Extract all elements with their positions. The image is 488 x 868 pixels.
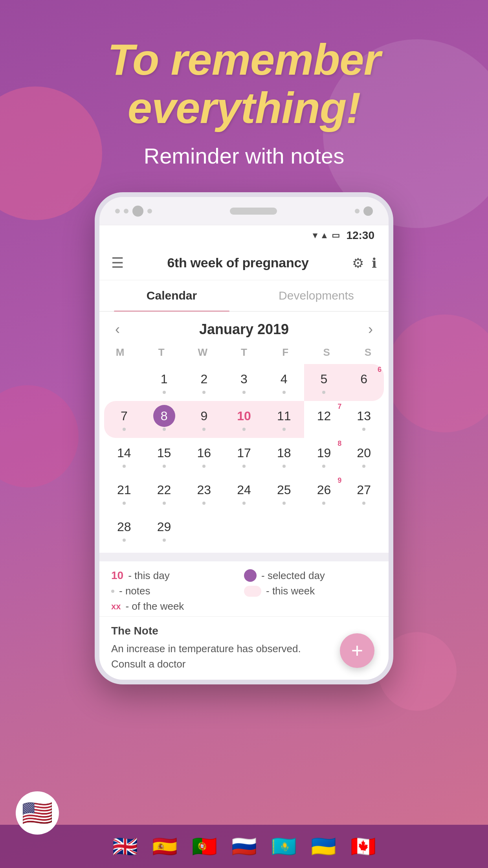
flag-icon[interactable]: 🇵🇹 <box>192 835 217 859</box>
cal-dot <box>362 428 365 431</box>
cal-day-8[interactable]: 8 <box>144 401 184 438</box>
cal-dot <box>123 539 126 542</box>
hamburger-menu-icon[interactable]: ☰ <box>111 255 124 271</box>
notch-cam <box>363 206 373 216</box>
cal-week-row-2: 141516171881920 <box>104 438 384 475</box>
cal-day-16[interactable]: 16 <box>184 438 224 475</box>
cal-day-1[interactable]: 1 <box>144 364 184 401</box>
cal-day-28[interactable]: 28 <box>104 512 144 549</box>
cal-day-29[interactable]: 29 <box>144 512 184 549</box>
cal-day-13[interactable]: 13 <box>344 401 384 438</box>
cal-day-27[interactable]: 27 <box>344 475 384 512</box>
legend: 10 - this day - selected day - notes - t… <box>99 561 389 616</box>
wifi-icon: ▾ <box>313 230 317 241</box>
cal-dot <box>163 539 166 542</box>
cal-day-25[interactable]: 25 <box>264 475 304 512</box>
prev-month-btn[interactable]: ‹ <box>111 321 124 338</box>
cal-dot <box>283 391 286 394</box>
note-text: An increase in temperature has observed.… <box>111 641 377 672</box>
legend-week-label: - of the week <box>125 600 184 612</box>
cal-dot <box>322 391 325 394</box>
cal-day-17[interactable]: 17 <box>224 438 264 475</box>
settings-icon[interactable]: ⚙ <box>352 255 364 271</box>
cal-week-row-3: 212223242592627 <box>104 475 384 512</box>
signal-icon: ▲ <box>320 230 329 241</box>
legend-selected-label: - selected day <box>261 570 325 582</box>
cal-dot <box>202 465 205 468</box>
cal-day-11[interactable]: 11 <box>264 401 304 438</box>
legend-week-num: xx - of the week <box>111 600 244 612</box>
cal-day-20[interactable]: 20 <box>344 438 384 475</box>
legend-xx: xx <box>111 601 121 612</box>
legend-this-week: - this week <box>244 585 377 597</box>
hero-subtitle: Reminder with notes <box>0 143 488 169</box>
cal-day-23[interactable]: 23 <box>184 475 224 512</box>
flag-icon[interactable]: 🇷🇺 <box>231 835 257 859</box>
cal-dot <box>283 465 286 468</box>
cal-dot <box>202 428 205 431</box>
next-month-btn[interactable]: › <box>364 321 377 338</box>
legend-circle-selected <box>244 569 257 582</box>
hero-title: To remember everything! <box>0 35 488 132</box>
cal-day-9[interactable]: 9 <box>184 401 224 438</box>
notch-dot-3 <box>147 209 152 213</box>
cal-day-19[interactable]: 819 <box>304 438 344 475</box>
cal-day-10[interactable]: 10 <box>224 401 264 438</box>
cal-day-6[interactable]: 66 <box>344 364 384 401</box>
fab-button[interactable]: + <box>340 633 374 668</box>
cal-dot <box>123 502 126 505</box>
note-title: The Note <box>111 625 377 637</box>
cal-empty <box>304 512 344 549</box>
status-bar: ▾ ▲ ▭ 12:30 <box>99 225 389 246</box>
cal-dot <box>283 428 286 431</box>
cal-day-14[interactable]: 14 <box>104 438 144 475</box>
cal-dot <box>202 391 205 394</box>
cal-day-12[interactable]: 712 <box>304 401 344 438</box>
notch-dot-1 <box>115 209 120 213</box>
cal-day-2[interactable]: 2 <box>184 364 224 401</box>
cal-empty <box>264 512 304 549</box>
notch-bar-center <box>230 208 277 215</box>
cal-day-3[interactable]: 3 <box>224 364 264 401</box>
legend-today-label: - this day <box>128 570 170 582</box>
cal-week-row-1: 789101171213 <box>104 401 384 438</box>
notch-right-dot <box>355 209 360 213</box>
flag-icon[interactable]: 🇺🇦 <box>311 835 336 859</box>
us-flag-corner: 🇺🇸 <box>16 791 59 835</box>
phone-mockup: ▾ ▲ ▭ 12:30 ☰ 6th week of pregnancy ⚙ ℹ … <box>95 192 393 684</box>
cal-month-title: January 2019 <box>199 321 289 338</box>
info-icon[interactable]: ℹ <box>372 255 377 271</box>
legend-notes: - notes <box>111 585 244 597</box>
cal-day-4[interactable]: 4 <box>264 364 304 401</box>
cal-day-5[interactable]: 5 <box>304 364 344 401</box>
legend-today-num: 10 <box>111 569 123 582</box>
cal-dot <box>242 465 246 468</box>
cal-week-row-4: 2829 <box>104 512 384 549</box>
cal-day-18[interactable]: 18 <box>264 438 304 475</box>
cal-day-22[interactable]: 22 <box>144 475 184 512</box>
cal-day-21[interactable]: 21 <box>104 475 144 512</box>
legend-notes-label: - notes <box>119 585 150 597</box>
flag-icon[interactable]: 🇨🇦 <box>350 835 376 859</box>
cal-dot <box>242 428 246 431</box>
cal-day-24[interactable]: 24 <box>224 475 264 512</box>
cal-day-15[interactable]: 15 <box>144 438 184 475</box>
cal-dot <box>322 465 325 468</box>
tab-calendar[interactable]: Calendar <box>99 280 244 311</box>
dow-W: W <box>182 343 223 364</box>
cal-dot <box>242 502 246 505</box>
flag-icon[interactable]: 🇬🇧 <box>112 835 138 859</box>
cal-dot <box>242 391 246 394</box>
cal-dot <box>283 502 286 505</box>
cal-dot <box>362 465 365 468</box>
cal-nav: ‹ January 2019 › <box>99 316 389 343</box>
cal-dot <box>362 502 365 505</box>
hero-section: To remember everything! Reminder with no… <box>0 0 488 169</box>
flag-icon[interactable]: 🇰🇿 <box>271 835 297 859</box>
flag-icon[interactable]: 🇪🇸 <box>152 835 178 859</box>
cal-day-26[interactable]: 926 <box>304 475 344 512</box>
tab-developments[interactable]: Developments <box>244 280 389 311</box>
cal-day-7[interactable]: 7 <box>104 401 144 438</box>
cal-dot <box>322 502 325 505</box>
cal-empty <box>104 364 144 401</box>
